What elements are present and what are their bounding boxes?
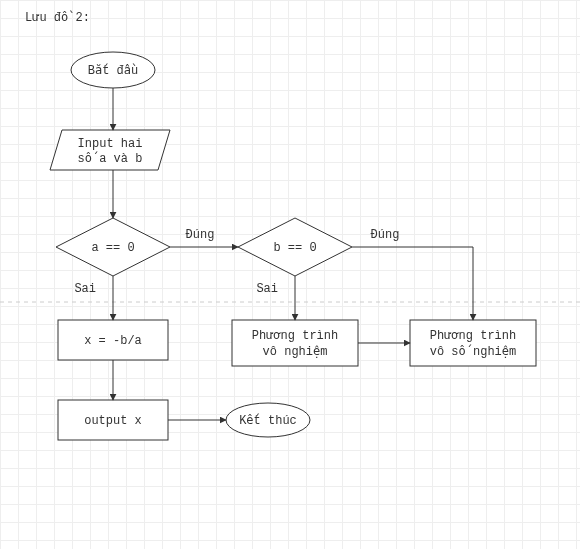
vo-nghiem-l2: vô nghiệm	[263, 345, 328, 359]
flowchart-canvas: Bắt đầu Input hai số a và b a == 0 b == …	[0, 0, 580, 549]
edge-decb-vosonghiem	[352, 247, 473, 320]
label-false-a: Sai	[74, 282, 96, 296]
svg-rect-6	[232, 320, 358, 366]
label-true-a: Đúng	[186, 228, 215, 242]
process-output: output x	[58, 400, 168, 440]
vo-nghiem-l1: Phương trình	[252, 329, 338, 343]
label-true-b: Đúng	[371, 228, 400, 242]
end-label: Kết thúc	[239, 413, 297, 428]
svg-rect-7	[410, 320, 536, 366]
decision-a-label: a == 0	[91, 241, 134, 255]
decision-a: a == 0	[56, 218, 170, 276]
end-node: Kết thúc	[226, 403, 310, 437]
vo-so-nghiem-l1: Phương trình	[430, 329, 516, 343]
start-node: Bắt đầu	[71, 52, 155, 88]
process-calc: x = -b/a	[58, 320, 168, 360]
decision-b-label: b == 0	[273, 241, 316, 255]
process-output-label: output x	[84, 414, 142, 428]
box-vo-so-nghiem: Phương trình vô số nghiệm	[410, 320, 536, 366]
vo-so-nghiem-l2: vô số nghiệm	[430, 344, 516, 359]
decision-b: b == 0	[238, 218, 352, 276]
input-line2: số a và b	[78, 151, 143, 166]
start-label: Bắt đầu	[88, 63, 138, 78]
label-false-b: Sai	[256, 282, 278, 296]
box-vo-nghiem: Phương trình vô nghiệm	[232, 320, 358, 366]
input-node: Input hai số a và b	[50, 130, 170, 170]
input-line1: Input hai	[78, 137, 143, 151]
process-calc-label: x = -b/a	[84, 334, 142, 348]
